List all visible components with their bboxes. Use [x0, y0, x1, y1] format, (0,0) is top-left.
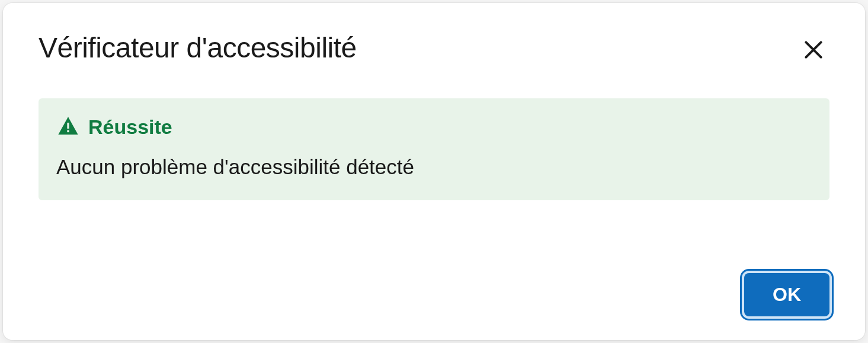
close-button[interactable] [797, 34, 829, 66]
accessibility-checker-dialog: Vérificateur d'accessibilité Réussite Au… [3, 3, 865, 340]
dialog-header: Vérificateur d'accessibilité [39, 31, 829, 66]
dialog-footer: OK [39, 273, 829, 316]
dialog-title: Vérificateur d'accessibilité [39, 31, 357, 64]
status-panel: Réussite Aucun problème d'accessibilité … [39, 98, 829, 200]
status-label: Réussite [88, 116, 172, 139]
success-warning-icon [56, 115, 80, 139]
ok-button[interactable]: OK [744, 273, 829, 316]
close-icon [802, 39, 825, 61]
status-header: Réussite [56, 115, 812, 139]
svg-rect-2 [67, 123, 69, 129]
status-message: Aucun problème d'accessibilité détecté [56, 155, 812, 179]
svg-rect-3 [67, 130, 69, 132]
